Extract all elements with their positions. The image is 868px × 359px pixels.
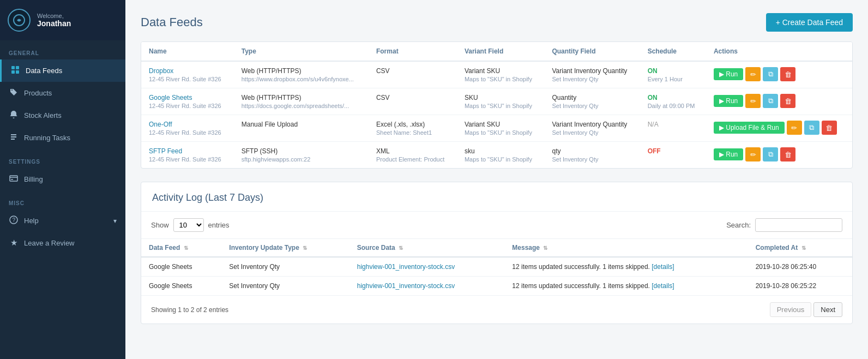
- edit-button[interactable]: ✏: [787, 121, 802, 135]
- schedule-detail: Every 1 Hour: [648, 76, 698, 82]
- sidebar-item-leave-review[interactable]: ★ Leave a Review: [0, 232, 125, 254]
- feed-name-link[interactable]: SFTP Feed: [149, 147, 182, 155]
- delete-button[interactable]: 🗑: [822, 121, 837, 135]
- feed-name-link[interactable]: Google Sheets: [149, 94, 192, 101]
- copy-button[interactable]: ⧉: [763, 67, 778, 81]
- act-col-message-label: Message: [512, 244, 540, 252]
- sidebar-item-data-feeds[interactable]: Data Feeds: [0, 59, 125, 82]
- col-format: Format: [369, 42, 457, 61]
- feed-format-sub: Product Element: Product: [376, 156, 449, 163]
- search-area: Search:: [726, 218, 842, 232]
- activity-table: Data Feed ⇅ Inventory Update Type ⇅ Sour…: [141, 238, 852, 295]
- activity-log-title: Activity Log (Last 7 Days): [141, 182, 852, 212]
- pagination-buttons: Previous Next: [770, 302, 842, 317]
- create-data-feed-button[interactable]: + Create Data Feed: [766, 13, 853, 32]
- run-button[interactable]: ▶ Run: [714, 68, 743, 80]
- next-button[interactable]: Next: [813, 302, 842, 317]
- act-col-completed[interactable]: Completed At ⇅: [748, 239, 852, 258]
- edit-button[interactable]: ✏: [745, 147, 761, 161]
- feed-type: Manual File Upload: [242, 121, 361, 128]
- section-label-general: GENERAL: [0, 40, 125, 59]
- details-link[interactable]: [details]: [652, 282, 674, 290]
- action-buttons: ▶ Upload File & Run✏⧉🗑: [714, 121, 845, 135]
- tag-icon: [9, 88, 19, 98]
- sidebar-item-products[interactable]: Products: [0, 82, 125, 104]
- act-col-feed[interactable]: Data Feed ⇅: [141, 239, 221, 258]
- svg-rect-6: [11, 179, 13, 180]
- action-buttons: ▶ Run✏⧉🗑: [714, 94, 845, 108]
- edit-button[interactable]: ✏: [745, 67, 761, 81]
- upload-run-button[interactable]: ▶ Upload File & Run: [714, 122, 785, 134]
- col-variant-field: Variant Field: [457, 42, 545, 61]
- feed-name-link[interactable]: One-Off: [149, 121, 172, 128]
- act-col-completed-label: Completed At: [756, 244, 798, 252]
- act-col-message[interactable]: Message ⇅: [504, 239, 748, 258]
- act-col-source-label: Source Data: [357, 244, 395, 252]
- feed-variant-cell: Variant SKUMaps to "SKU" in Shopify: [457, 61, 545, 88]
- sidebar-header: Welcome, Jonathan: [0, 0, 125, 40]
- feed-name-sub: 12-45 River Rd. Suite #326: [149, 76, 226, 82]
- edit-button[interactable]: ✏: [745, 94, 761, 108]
- feed-variant-field: sku: [465, 147, 537, 155]
- copy-button[interactable]: ⧉: [763, 94, 778, 108]
- source-data-link[interactable]: highview-001_inventory-stock.csv: [357, 263, 455, 271]
- act-col-type[interactable]: Inventory Update Type ⇅: [221, 239, 349, 258]
- feed-format: CSV: [376, 94, 449, 101]
- feed-format: XML: [376, 147, 449, 155]
- sidebar-item-stock-alerts[interactable]: Stock Alerts: [0, 104, 125, 127]
- col-schedule: Schedule: [640, 42, 706, 61]
- search-input[interactable]: [755, 218, 842, 232]
- col-actions: Actions: [706, 42, 852, 61]
- page-header: Data Feeds + Create Data Feed: [141, 13, 853, 32]
- showing-text: Showing 1 to 2 of 2 entries: [151, 306, 228, 314]
- feed-name-cell: SFTP Feed12-45 River Rd. Suite #326: [141, 142, 234, 169]
- col-quantity-field: Quantity Field: [544, 42, 640, 61]
- source-data-link[interactable]: highview-001_inventory-stock.csv: [357, 282, 455, 290]
- run-button[interactable]: ▶ Run: [714, 95, 743, 107]
- sidebar-item-billing[interactable]: Billing: [0, 168, 125, 190]
- entries-select[interactable]: 10 25 50 100: [173, 218, 204, 232]
- feeds-table: Name Type Format Variant Field Quantity …: [141, 42, 852, 168]
- schedule-status: ON: [648, 94, 658, 101]
- col-type: Type: [234, 42, 369, 61]
- feed-type-cell: Web (HTTP/HTTPS)https://www.dropbox.com/…: [234, 61, 369, 88]
- feed-row: Google Sheets12-45 River Rd. Suite #326W…: [141, 88, 852, 115]
- feed-format-cell: CSV: [369, 88, 457, 115]
- feed-row: Dropbox12-45 River Rd. Suite #326Web (HT…: [141, 61, 852, 88]
- details-link[interactable]: [details]: [652, 263, 674, 271]
- copy-button[interactable]: ⧉: [804, 121, 819, 135]
- copy-button[interactable]: ⧉: [763, 147, 778, 161]
- activity-completed-at: 2019-10-28 06:25:22: [748, 277, 852, 296]
- data-feeds-card: Name Type Format Variant Field Quantity …: [141, 41, 853, 169]
- feed-row: SFTP Feed12-45 River Rd. Suite #326SFTP …: [141, 142, 852, 169]
- feed-actions-cell: ▶ Run✏⧉🗑: [706, 61, 852, 88]
- sidebar-item-help[interactable]: ? Help ▾: [0, 210, 125, 232]
- feed-quantity-field: Variant Inventory Quantity: [552, 121, 632, 128]
- chevron-down-icon: ▾: [113, 217, 117, 225]
- delete-button[interactable]: 🗑: [780, 67, 795, 81]
- page-title: Data Feeds: [141, 15, 203, 29]
- delete-button[interactable]: 🗑: [780, 147, 795, 161]
- activity-update-type: Set Inventory Qty: [221, 277, 349, 296]
- run-button[interactable]: ▶ Run: [714, 148, 743, 160]
- feed-quantity-cell: QuantitySet Inventory Qty: [544, 88, 640, 115]
- feed-name-link[interactable]: Dropbox: [149, 67, 173, 75]
- sidebar-item-label: Products: [24, 89, 52, 97]
- feed-quantity-sub: Set Inventory Qty: [552, 76, 632, 82]
- activity-feed: Google Sheets: [141, 277, 221, 296]
- feed-format-sub: Sheet Name: Sheet1: [376, 129, 449, 136]
- sidebar-item-label: Help: [24, 217, 39, 225]
- delete-button[interactable]: 🗑: [780, 94, 795, 108]
- activity-row: Google SheetsSet Inventory Qtyhighview-0…: [141, 277, 852, 296]
- sidebar-item-label: Leave a Review: [24, 239, 75, 247]
- act-col-source[interactable]: Source Data ⇅: [349, 239, 505, 258]
- svg-rect-3: [11, 70, 15, 74]
- activity-source-data: highview-001_inventory-stock.csv: [349, 277, 505, 296]
- sidebar-item-running-tasks[interactable]: Running Tasks: [0, 127, 125, 149]
- previous-button[interactable]: Previous: [770, 302, 812, 317]
- feed-variant-field: Variant SKU: [465, 121, 537, 128]
- bell-icon: [9, 110, 19, 121]
- feed-type-cell: SFTP (SSH)sftp.highviewapps.com:22: [234, 142, 369, 169]
- activity-completed-at: 2019-10-28 06:25:40: [748, 257, 852, 277]
- feed-schedule-cell: OFF: [640, 142, 706, 169]
